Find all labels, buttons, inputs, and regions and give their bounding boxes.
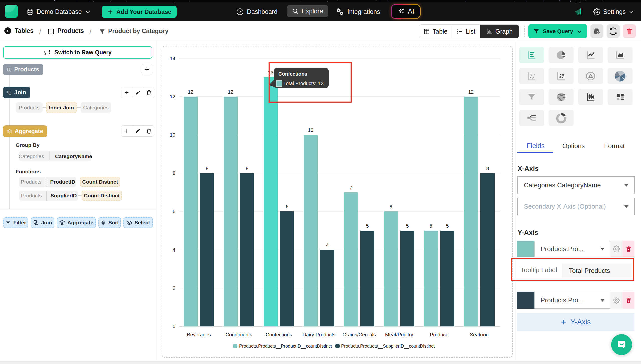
svg-text:Products.Products__SupplierID_: Products.Products__SupplierID__countDist… xyxy=(341,344,435,349)
svg-text:Products.Products__ProductID__: Products.Products__ProductID__countDisti… xyxy=(239,344,332,349)
svg-text:Confections: Confections xyxy=(278,71,307,77)
svg-text:5: 5 xyxy=(446,223,449,229)
svg-text:5: 5 xyxy=(429,223,432,229)
svg-text:14: 14 xyxy=(170,56,175,61)
svg-text:12: 12 xyxy=(468,89,474,95)
svg-text:10: 10 xyxy=(308,127,313,133)
svg-text:12: 12 xyxy=(228,89,233,95)
svg-text:Dairy Products: Dairy Products xyxy=(302,332,335,337)
svg-text:Grains/Cereals: Grains/Cereals xyxy=(342,332,376,337)
svg-text:12: 12 xyxy=(188,89,193,95)
svg-text:8: 8 xyxy=(486,166,489,171)
svg-text:5: 5 xyxy=(366,223,369,229)
svg-text:Condiments: Condiments xyxy=(226,332,252,337)
svg-text:Total Products: 13: Total Products: 13 xyxy=(283,81,324,86)
svg-text:8: 8 xyxy=(173,170,175,176)
svg-text:6: 6 xyxy=(389,204,392,209)
svg-text:2: 2 xyxy=(173,285,175,291)
svg-text:Seafood: Seafood xyxy=(470,332,489,337)
svg-text:Produce: Produce xyxy=(430,332,449,337)
svg-text:0: 0 xyxy=(173,324,175,329)
svg-text:12: 12 xyxy=(170,94,175,99)
svg-text:6: 6 xyxy=(286,204,288,209)
svg-text:6: 6 xyxy=(173,209,175,214)
svg-text:8: 8 xyxy=(206,166,208,171)
svg-text:4: 4 xyxy=(173,247,175,253)
svg-text:10: 10 xyxy=(170,132,175,138)
svg-text:4: 4 xyxy=(326,242,329,248)
svg-text:5: 5 xyxy=(406,223,409,229)
svg-text:7: 7 xyxy=(349,185,352,190)
svg-text:8: 8 xyxy=(246,166,248,171)
svg-text:Confections: Confections xyxy=(266,332,292,337)
svg-text:Beverages: Beverages xyxy=(187,332,211,337)
svg-text:Meat/Poultry: Meat/Poultry xyxy=(385,332,413,337)
